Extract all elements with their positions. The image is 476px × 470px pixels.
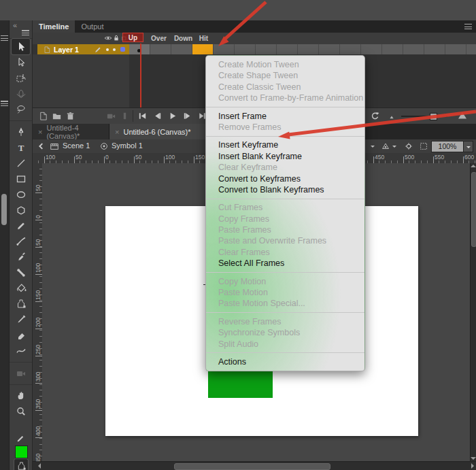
show-hide-layers-icon[interactable] xyxy=(104,34,112,42)
dock-drag-handle[interactable] xyxy=(1,194,7,225)
stroke-color-swatch[interactable] xyxy=(15,446,28,458)
hand-tool[interactable] xyxy=(10,388,32,403)
pen-tool[interactable] xyxy=(10,124,32,139)
frame-label-up[interactable]: Up xyxy=(122,33,143,42)
frame-label-down[interactable]: Down xyxy=(173,34,194,43)
clip-content-icon[interactable] xyxy=(419,141,428,151)
menu-item-insert-blank-keyframe[interactable]: Insert Blank Keyframe xyxy=(206,151,364,162)
paint-bucket-tool[interactable] xyxy=(10,280,32,296)
frame-cell[interactable] xyxy=(445,44,466,54)
menu-item-insert-frame[interactable]: Insert Frame xyxy=(206,111,364,122)
scene-breadcrumb[interactable]: Scene 1 xyxy=(63,141,90,150)
selected-frame-cell-hit[interactable] xyxy=(192,44,214,54)
line-tool[interactable] xyxy=(10,155,32,171)
width-tool[interactable] xyxy=(10,343,32,358)
dock-panel-menu-icon[interactable] xyxy=(1,101,8,106)
frame-cell[interactable] xyxy=(214,44,235,54)
tools-panel-menu-icon[interactable] xyxy=(22,30,29,35)
selection-tool[interactable] xyxy=(12,39,30,54)
close-tab-icon[interactable]: × xyxy=(38,128,42,136)
frame-cell[interactable] xyxy=(171,44,192,54)
timeline-panel-menu-icon[interactable] xyxy=(464,24,472,29)
rectangle-tool[interactable] xyxy=(10,171,32,186)
lock-layers-icon[interactable] xyxy=(112,34,120,42)
frame-cell[interactable] xyxy=(361,44,382,54)
camera-tool[interactable] xyxy=(10,365,32,381)
document-tab[interactable]: ×Untitled-4 (Canvas)* xyxy=(33,124,109,139)
eyedropper-tool[interactable] xyxy=(10,312,32,327)
frame-cell[interactable] xyxy=(319,44,340,54)
horizontal-scroll-thumb[interactable] xyxy=(174,463,330,470)
frame-cell[interactable] xyxy=(256,44,277,54)
zoom-level-dropdown-button[interactable] xyxy=(463,141,473,152)
edit-scene-dropdown-icon[interactable] xyxy=(371,146,375,150)
bone-tool[interactable] xyxy=(10,265,32,280)
frame-cell[interactable] xyxy=(424,44,445,54)
frame-size-small-icon[interactable] xyxy=(388,113,398,123)
go-to-first-button[interactable] xyxy=(137,111,148,121)
frame-size-slider-handle[interactable] xyxy=(430,113,437,120)
tab-output[interactable]: Output xyxy=(75,20,109,33)
frame-cell[interactable] xyxy=(382,44,403,54)
zoom-tool[interactable] xyxy=(10,403,32,419)
back-arrow-icon[interactable] xyxy=(37,141,46,151)
text-tool[interactable]: T xyxy=(10,139,32,155)
document-tab-active[interactable]: ×Untitled-6 (Canvas)* xyxy=(109,124,211,139)
vertical-scroll-thumb[interactable] xyxy=(471,172,476,247)
step-back-button[interactable] xyxy=(152,111,163,121)
scroll-down-arrow[interactable] xyxy=(471,457,476,460)
menu-item-convert-to-blank-keyframes[interactable]: Convert to Blank Keyframes xyxy=(206,184,364,195)
free-transform-tool[interactable] xyxy=(10,70,32,86)
polystar-tool[interactable] xyxy=(10,202,32,218)
layer-lock-dot[interactable] xyxy=(113,48,116,51)
onion-skin-marker-icon[interactable] xyxy=(120,111,130,121)
subselection-tool[interactable] xyxy=(10,54,32,70)
menu-item-insert-keyframe[interactable]: Insert Keyframe xyxy=(206,139,364,150)
fill-color-ink-bottle-icon[interactable] xyxy=(14,459,28,470)
brush-tool[interactable] xyxy=(10,249,32,265)
menu-item-convert-to-keyframes[interactable]: Convert to Keyframes xyxy=(206,173,364,184)
collapse-panel-icon[interactable]: « xyxy=(13,21,17,29)
horizontal-scrollbar[interactable] xyxy=(33,461,476,470)
scroll-right-arrow[interactable] xyxy=(471,463,474,469)
symbol-breadcrumb[interactable]: Symbol 1 xyxy=(112,141,143,150)
tab-timeline[interactable]: Timeline xyxy=(33,20,75,33)
paint-brush-tool[interactable] xyxy=(10,233,32,249)
scroll-left-arrow[interactable] xyxy=(38,463,41,469)
zoom-level-field[interactable]: 100% xyxy=(431,141,464,152)
frame-cell[interactable] xyxy=(235,44,256,54)
edit-symbols-dropdown-icon[interactable] xyxy=(392,146,396,150)
frame-cell[interactable] xyxy=(277,44,298,54)
frame-cell[interactable] xyxy=(340,44,361,54)
close-tab-icon[interactable]: × xyxy=(115,128,119,136)
scroll-up-arrow[interactable] xyxy=(471,165,476,167)
step-forward-button[interactable] xyxy=(182,111,192,121)
loop-playback-icon[interactable] xyxy=(370,111,380,121)
frame-cell[interactable] xyxy=(150,44,171,54)
frame-label-hit[interactable]: Hit xyxy=(193,34,214,43)
center-frame-icon[interactable] xyxy=(404,141,413,151)
frame-cell[interactable] xyxy=(403,44,424,54)
lasso-tool[interactable] xyxy=(10,101,32,117)
frame-cell[interactable] xyxy=(298,44,319,54)
playhead-line[interactable] xyxy=(140,44,141,109)
pencil-tool[interactable] xyxy=(10,218,32,233)
dock-panel-menu-icon[interactable] xyxy=(1,35,8,41)
frame-size-slider-track[interactable] xyxy=(401,116,447,117)
new-layer-button[interactable] xyxy=(38,111,48,121)
play-button[interactable] xyxy=(167,111,177,121)
oval-tool[interactable] xyxy=(10,186,32,202)
new-folder-button[interactable] xyxy=(52,111,62,121)
layer-item[interactable]: Layer 1 xyxy=(37,44,129,54)
layer-outline-color-chip[interactable] xyxy=(120,47,125,52)
vertical-scrollbar[interactable] xyxy=(470,163,476,461)
menu-item-actions[interactable]: Actions xyxy=(206,356,364,367)
menu-item-select-all-frames[interactable]: Select All Frames xyxy=(206,258,364,269)
frame-cell[interactable] xyxy=(466,44,476,54)
ink-bottle-tool[interactable] xyxy=(10,296,32,312)
delete-layer-button[interactable] xyxy=(65,111,75,121)
camera-toggle-icon[interactable] xyxy=(106,111,116,121)
frame-label-over[interactable]: Over xyxy=(148,34,169,43)
rotation-3d-tool[interactable] xyxy=(10,86,32,101)
frame-size-large-icon[interactable] xyxy=(457,110,467,120)
